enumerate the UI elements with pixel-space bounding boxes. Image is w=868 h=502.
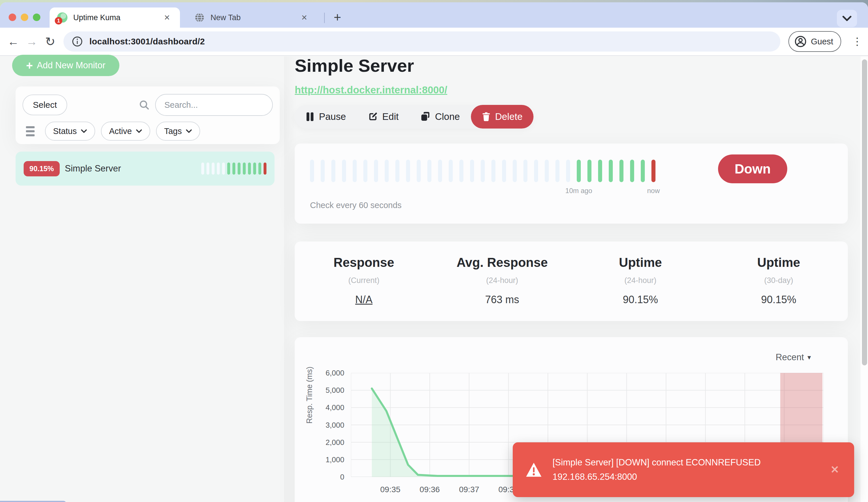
monitor-list-item-simple-server[interactable]: 90.15% Simple Server	[16, 151, 275, 186]
forward-button[interactable]: →	[22, 35, 41, 48]
heartbeat-beat	[342, 160, 346, 182]
monitor-url-link[interactable]: http://host.docker.internal:8000/	[295, 84, 447, 96]
tab-title: New Tab	[210, 13, 299, 22]
heartbeat-beat	[331, 160, 335, 182]
heartbeat-beat	[253, 163, 256, 175]
heartbeat-beat	[406, 160, 410, 182]
tab-new-tab[interactable]: New Tab ✕	[187, 8, 317, 28]
edit-icon	[368, 112, 378, 122]
maximize-window-button[interactable]	[33, 13, 40, 21]
browser-toolbar: ← → ↻ localhost:3001/dashboard/2 Guest ⋮	[0, 28, 868, 56]
heartbeat-beat	[363, 160, 368, 182]
heartbeat-beat	[417, 160, 421, 182]
pause-button[interactable]: Pause	[295, 105, 357, 128]
heartbeat-beat	[577, 160, 581, 182]
heartbeat-beat	[222, 163, 225, 175]
stat-uptime-24h: Uptime (24-hour) 90.15%	[571, 241, 710, 321]
filter-tags-dropdown[interactable]: Tags	[156, 122, 200, 140]
browser-window: 1 Uptime Kuma ✕ New Tab ✕ + ← → ↻	[0, 2, 868, 502]
heartbeat-beat	[353, 160, 357, 182]
heartbeat-beat	[449, 160, 453, 182]
mini-heartbeat-bar	[201, 163, 267, 175]
notification-badge: 1	[55, 17, 62, 24]
heartbeat-beat	[459, 160, 463, 182]
heartbeat-beat	[587, 160, 591, 182]
y-tick-label: 2,000	[295, 438, 344, 447]
heartbeat-beat	[545, 160, 549, 182]
plus-icon: +	[26, 60, 33, 71]
heartbeat-from-label: 10m ago	[565, 187, 592, 195]
heartbeat-beat	[492, 160, 495, 182]
heartbeat-beat	[238, 163, 240, 175]
chevron-down-icon	[186, 129, 192, 133]
y-tick-label: 6,000	[295, 368, 344, 377]
stat-response-current: Response (Current) N/A	[295, 241, 433, 321]
tab-separator	[324, 13, 325, 23]
url-text: localhost:3001/dashboard/2	[90, 36, 205, 46]
site-info-icon[interactable]	[72, 36, 83, 47]
tab-search-chevron-button[interactable]	[837, 10, 857, 27]
heartbeat-beat	[534, 160, 538, 182]
y-tick-label: 4,000	[295, 403, 344, 412]
chart-period-dropdown[interactable]: Recent ▾	[776, 352, 811, 363]
y-tick-label: 0	[295, 473, 344, 482]
filter-status-dropdown[interactable]: Status	[45, 122, 95, 140]
clone-button[interactable]: Clone	[410, 105, 471, 128]
chevron-down-icon	[136, 129, 142, 133]
heartbeat-beat	[630, 160, 634, 182]
profile-button[interactable]: Guest	[788, 31, 841, 52]
add-new-monitor-button[interactable]: + Add New Monitor	[12, 55, 120, 76]
window-controls	[9, 13, 40, 21]
stat-uptime-30d: Uptime (30-day) 90.15%	[710, 241, 848, 321]
reload-button[interactable]: ↻	[41, 34, 59, 49]
back-button[interactable]: ←	[4, 35, 22, 48]
heartbeat-beat	[258, 163, 261, 175]
toast-message: [Simple Server] [DOWN] connect ECONNREFU…	[552, 455, 761, 484]
heartbeat-beat	[651, 160, 655, 182]
heartbeat-time-labels: 10m ago now	[310, 187, 671, 195]
delete-button[interactable]: Delete	[471, 105, 534, 128]
heartbeat-beat	[206, 163, 209, 175]
tab-strip: 1 Uptime Kuma ✕ New Tab ✕ +	[0, 2, 868, 28]
y-tick-label: 5,000	[295, 386, 344, 395]
app-content: + Add New Monitor Select Statu	[0, 56, 868, 502]
toast-close-icon[interactable]: ✕	[828, 461, 841, 478]
heartbeat-beat	[374, 160, 378, 182]
heartbeat-to-label: now	[647, 187, 660, 195]
heartbeat-beat	[310, 160, 314, 182]
browser-menu-icon[interactable]: ⋮	[850, 35, 864, 48]
heartbeat-bar	[310, 160, 655, 182]
monitor-filter-panel: Select Status Active	[16, 86, 280, 144]
minimize-window-button[interactable]	[21, 13, 28, 21]
heartbeat-beat	[555, 160, 559, 182]
heartbeat-beat	[395, 160, 400, 182]
heartbeat-beat	[619, 160, 623, 182]
search-input[interactable]	[155, 94, 273, 116]
select-button[interactable]: Select	[22, 95, 67, 115]
heartbeat-beat	[524, 160, 527, 182]
scrollbar-track[interactable]	[860, 56, 868, 502]
heartbeat-beat	[438, 160, 442, 182]
heartbeat-beat	[641, 160, 645, 182]
close-window-button[interactable]	[9, 13, 16, 21]
heartbeat-beat	[502, 160, 506, 182]
list-layout-icon[interactable]	[26, 126, 34, 136]
monitor-name: Simple Server	[65, 164, 121, 174]
heartbeat-beat	[264, 163, 267, 175]
close-tab-icon[interactable]: ✕	[162, 12, 173, 23]
edit-button[interactable]: Edit	[357, 105, 410, 128]
tab-uptime-kuma[interactable]: 1 Uptime Kuma ✕	[50, 8, 180, 28]
background-window-edge	[0, 501, 66, 502]
filter-active-dropdown[interactable]: Active	[101, 122, 150, 140]
scrollbar-thumb[interactable]	[862, 59, 867, 365]
profile-label: Guest	[811, 37, 833, 46]
heartbeat-beat	[609, 160, 613, 182]
pause-icon	[306, 112, 314, 122]
new-tab-button[interactable]: +	[329, 9, 345, 25]
y-tick-label: 3,000	[295, 420, 344, 429]
close-tab-icon[interactable]: ✕	[299, 12, 310, 23]
x-tick-label: 09:35	[370, 485, 411, 494]
heartbeat-beat	[566, 160, 570, 182]
address-bar[interactable]: localhost:3001/dashboard/2	[63, 31, 780, 52]
heartbeat-beat	[201, 163, 204, 175]
